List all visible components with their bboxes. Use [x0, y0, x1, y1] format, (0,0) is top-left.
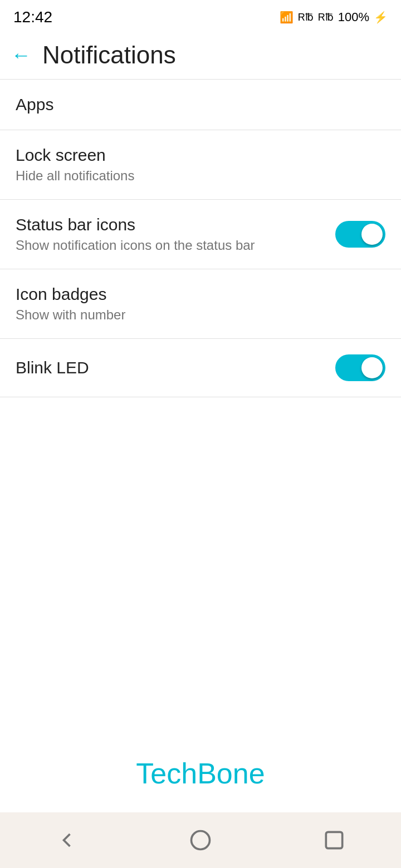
settings-item-status-bar-icons-subtitle: Show notification icons on the status ba… [16, 238, 255, 253]
watermark: TechBone [0, 734, 401, 812]
status-time: 12:42 [13, 8, 52, 26]
back-button[interactable]: ← [11, 45, 31, 65]
battery-icon: ⚡ [374, 11, 388, 24]
status-bar-icons-toggle-slider [335, 221, 385, 248]
signal-icon-2: R℔ [318, 11, 334, 23]
status-bar-icons-toggle[interactable] [335, 221, 385, 248]
settings-item-status-bar-icons[interactable]: Status bar icons Show notification icons… [0, 200, 401, 269]
settings-item-lock-screen[interactable]: Lock screen Hide all notifications [0, 130, 401, 200]
blink-led-toggle[interactable] [335, 354, 385, 381]
nav-home-icon [188, 828, 213, 852]
settings-item-status-bar-icons-title: Status bar icons [16, 215, 255, 234]
nav-back-icon [55, 828, 79, 852]
settings-item-lock-screen-content: Lock screen Hide all notifications [16, 146, 134, 184]
settings-item-icon-badges[interactable]: Icon badges Show with number [0, 269, 401, 339]
svg-point-0 [192, 831, 210, 850]
nav-bar [0, 812, 401, 868]
settings-list: Apps Lock screen Hide all notifications … [0, 80, 401, 734]
settings-item-lock-screen-subtitle: Hide all notifications [16, 168, 134, 184]
settings-item-lock-screen-title: Lock screen [16, 146, 134, 165]
header: ← Notifications [0, 31, 401, 80]
settings-item-apps-title: Apps [16, 95, 53, 114]
settings-item-icon-badges-subtitle: Show with number [16, 307, 125, 323]
settings-item-blink-led-title: Blink LED [16, 358, 89, 377]
status-bar: 12:42 📶 R℔ R℔ 100% ⚡ [0, 0, 401, 31]
watermark-text: TechBone [136, 757, 265, 790]
nav-recent-button[interactable] [312, 818, 356, 862]
wifi-icon: 📶 [280, 11, 294, 24]
nav-back-button[interactable] [45, 818, 89, 862]
settings-item-status-bar-icons-content: Status bar icons Show notification icons… [16, 215, 255, 253]
svg-rect-1 [326, 832, 342, 848]
signal-icon-1: R℔ [298, 11, 314, 23]
settings-item-icon-badges-title: Icon badges [16, 285, 125, 304]
status-bar-icons-group: 📶 R℔ R℔ 100% ⚡ [280, 10, 388, 24]
settings-item-blink-led-content: Blink LED [16, 358, 89, 377]
nav-recent-icon [322, 828, 346, 852]
battery-percent: 100% [338, 10, 369, 24]
settings-item-apps-content: Apps [16, 95, 53, 114]
page-title: Notifications [42, 41, 176, 69]
settings-item-apps[interactable]: Apps [0, 80, 401, 130]
blink-led-toggle-slider [335, 354, 385, 381]
settings-item-blink-led[interactable]: Blink LED [0, 339, 401, 397]
settings-item-icon-badges-content: Icon badges Show with number [16, 285, 125, 323]
nav-home-button[interactable] [178, 818, 223, 862]
